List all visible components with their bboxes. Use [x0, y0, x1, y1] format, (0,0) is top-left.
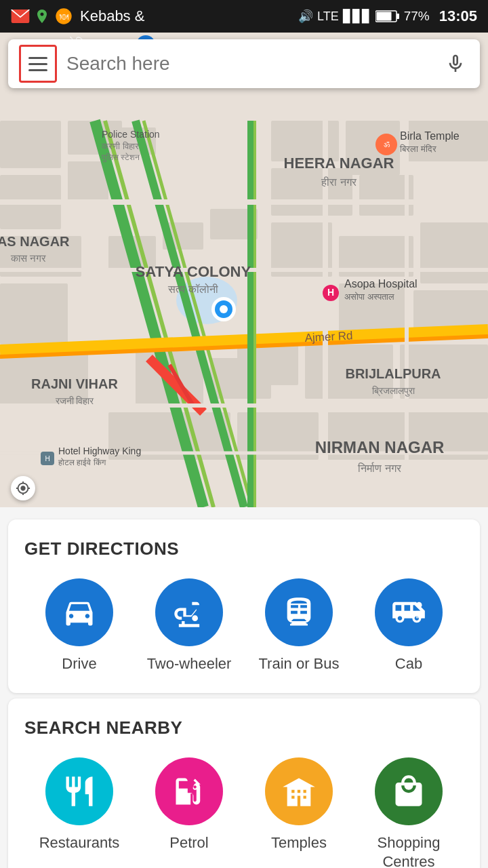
- svg-rect-7: [0, 121, 61, 168]
- svg-text:ब्रिजलालपुरा: ब्रिजलालपुरा: [371, 385, 415, 397]
- svg-text:BRIJLALPURA: BRIJLALPURA: [345, 366, 441, 381]
- lte-text: LTE: [317, 9, 339, 24]
- notification-text: Kebabs &: [80, 7, 144, 25]
- two-wheeler-item[interactable]: Two-wheeler: [142, 578, 237, 674]
- bottom-panels: GET DIRECTIONS Drive Two-wheeler: [0, 507, 488, 868]
- two-wheeler-icon-circle: [155, 578, 223, 646]
- svg-text:KAS NAGAR: KAS NAGAR: [0, 234, 70, 249]
- search-nearby-panel: SEARCH NEARBY Restaurants Petrol: [8, 698, 480, 868]
- cab-item[interactable]: Cab: [361, 578, 456, 674]
- svg-text:Hotel Highway King: Hotel Highway King: [58, 446, 141, 456]
- search-nearby-title: SEARCH NEARBY: [24, 717, 464, 738]
- svg-text:हीरा नगर: हीरा नगर: [321, 176, 357, 188]
- svg-text:सत्य कॉलोनी: सत्य कॉलोनी: [167, 283, 218, 295]
- drive-icon-circle: [45, 578, 113, 646]
- svg-rect-10: [0, 283, 68, 344]
- svg-text:रजनी विहार: रजनी विहार: [55, 395, 95, 406]
- map-svg: HEERA NAGAR हीरा नगर KAS NAGAR कास नगर S…: [0, 33, 488, 507]
- battery-icon: [375, 9, 400, 23]
- svg-text:Police Station: Police Station: [102, 129, 160, 140]
- train-bus-icon-circle: [265, 578, 333, 646]
- shopping-icon: [391, 774, 426, 809]
- svg-text:RAJNI VIHAR: RAJNI VIHAR: [31, 376, 118, 391]
- temples-icon-circle: [265, 757, 333, 825]
- location-icon: [16, 481, 30, 496]
- hamburger-icon: [28, 57, 47, 71]
- svg-text:H: H: [45, 455, 49, 462]
- get-directions-title: GET DIRECTIONS: [24, 538, 464, 559]
- svg-text:होटल हाईवे किंग: होटल हाईवे किंग: [58, 458, 106, 467]
- petrol-icon-circle: [155, 757, 223, 825]
- temples-icon: [281, 774, 317, 809]
- gmail-icon: [11, 9, 30, 23]
- search-bar: [8, 39, 480, 88]
- shopping-label: Shopping Centres: [361, 833, 456, 868]
- directions-grid: Drive Two-wheeler Train or Bus: [24, 578, 464, 674]
- restaurants-item[interactable]: Restaurants: [32, 757, 127, 853]
- cab-icon-circle: [375, 578, 443, 646]
- svg-text:असोपा अस्पताल: असोपा अस्पताल: [344, 292, 394, 302]
- svg-text:🍽: 🍽: [60, 12, 68, 22]
- svg-text:निर्माण नगर: निर्माण नगर: [357, 462, 401, 474]
- svg-point-87: [416, 602, 422, 608]
- svg-text:ॐ: ॐ: [384, 140, 390, 149]
- svg-rect-36: [237, 344, 298, 385]
- cab-label: Cab: [395, 654, 422, 674]
- svg-text:Asopa Hospital: Asopa Hospital: [344, 278, 418, 290]
- mic-icon: [445, 53, 466, 75]
- train-bus-label: Train or Bus: [258, 654, 339, 674]
- temples-label: Temples: [271, 833, 327, 853]
- svg-text:HEERA NAGAR: HEERA NAGAR: [284, 155, 394, 172]
- drive-item[interactable]: Drive: [32, 578, 127, 674]
- drive-label: Drive: [62, 654, 96, 674]
- svg-text:Birla Temple: Birla Temple: [400, 130, 460, 142]
- shopping-icon-circle: [375, 757, 443, 825]
- svg-text:करणी विहार: करणी विहार: [101, 141, 139, 151]
- restaurants-icon: [62, 774, 97, 809]
- train-bus-icon: [281, 595, 317, 630]
- search-input[interactable]: [66, 53, 442, 75]
- two-wheeler-icon: [171, 595, 207, 630]
- cab-icon: [391, 595, 426, 630]
- svg-text:NIRMAN NAGAR: NIRMAN NAGAR: [315, 438, 445, 456]
- status-icons-left: 🍽 Kebabs &: [11, 7, 144, 26]
- menu-button[interactable]: [19, 45, 57, 83]
- battery-percent: 77%: [404, 9, 430, 24]
- svg-rect-13: [68, 161, 108, 202]
- vol-icon: 🔊: [298, 9, 313, 24]
- signal-bars: ▊▊▊: [343, 9, 371, 24]
- mic-button[interactable]: [442, 50, 469, 77]
- svg-text:H: H: [327, 287, 334, 298]
- get-directions-panel: GET DIRECTIONS Drive Two-wheeler: [8, 519, 480, 693]
- food-icon: 🍽: [54, 7, 73, 26]
- svg-text:बिरला मंदिर: बिरला मंदिर: [399, 144, 436, 154]
- two-wheeler-label: Two-wheeler: [147, 654, 232, 674]
- petrol-label: Petrol: [169, 833, 208, 853]
- petrol-item[interactable]: Petrol: [142, 757, 237, 853]
- svg-point-55: [220, 305, 228, 313]
- shopping-item[interactable]: Shopping Centres: [361, 757, 456, 868]
- restaurants-icon-circle: [45, 757, 113, 825]
- svg-text:कास नगर: कास नगर: [10, 252, 46, 264]
- status-icons-right: 🔊 LTE ▊▊▊ 77% 13:05: [298, 7, 477, 25]
- svg-text:पुलिस स्टेशन: पुलिस स्टेशन: [101, 153, 140, 163]
- restaurants-label: Restaurants: [39, 833, 120, 853]
- status-bar: 🍽 Kebabs & 🔊 LTE ▊▊▊ 77% 13:05: [0, 0, 488, 33]
- petrol-icon: [171, 774, 207, 809]
- clock: 13:05: [439, 7, 477, 25]
- map-area[interactable]: HEERA NAGAR हीरा नगर KAS NAGAR कास नगर S…: [0, 33, 488, 507]
- train-bus-item[interactable]: Train or Bus: [251, 578, 346, 674]
- svg-rect-22: [420, 222, 488, 283]
- search-bar-container: [0, 33, 488, 95]
- nearby-grid: Restaurants Petrol Temples: [24, 757, 464, 868]
- svg-text:SATYA COLONY: SATYA COLONY: [136, 263, 251, 280]
- drive-icon: [62, 595, 97, 630]
- svg-text:Ajmer Rd: Ajmer Rd: [304, 329, 353, 344]
- svg-rect-5: [376, 12, 391, 21]
- maps-icon: [34, 8, 50, 24]
- my-location-button[interactable]: [11, 476, 35, 500]
- svg-rect-4: [396, 14, 399, 19]
- svg-rect-18: [271, 168, 352, 216]
- temples-item[interactable]: Temples: [251, 757, 346, 853]
